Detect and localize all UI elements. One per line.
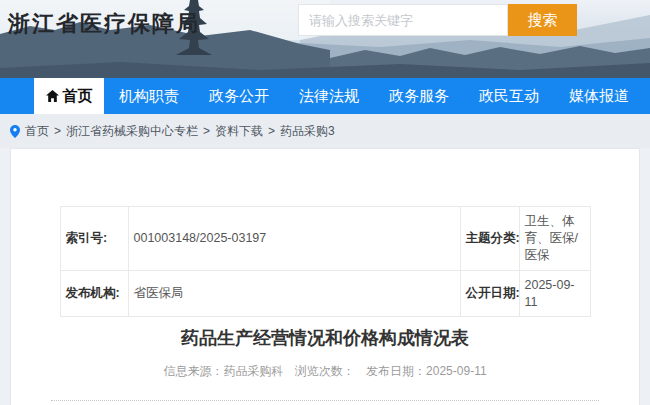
nav-item-media[interactable]: 媒体报道 — [554, 78, 644, 114]
breadcrumb-current-page: 药品采购3 — [280, 123, 335, 140]
nav-item-interaction[interactable]: 政民互动 — [464, 78, 554, 114]
search-bar: 搜索 — [298, 4, 577, 36]
article-info-line: 信息来源：药品采购科 浏览次数： 发布日期：2025-09-11 — [11, 363, 639, 380]
article-title: 药品生产经营情况和价格构成情况表 — [11, 326, 639, 350]
breadcrumb-separator: > — [54, 124, 61, 138]
location-pin-icon — [10, 125, 20, 138]
meta-agency-value: 省医保局 — [128, 270, 460, 317]
meta-topic-value: 卫生、体育、医保/医保 — [519, 207, 590, 271]
meta-agency-label: 发布机构: — [60, 270, 128, 317]
nav-item-label: 首页 — [63, 87, 93, 106]
info-views: 浏览次数： — [295, 364, 355, 378]
breadcrumb-separator: > — [203, 124, 210, 138]
info-pubdate: 发布日期：2025-09-11 — [366, 364, 487, 378]
meta-date-label: 公开日期: — [460, 270, 519, 317]
nav-item-home[interactable]: 首页 — [34, 78, 104, 114]
home-icon — [46, 90, 59, 102]
search-input[interactable] — [298, 4, 508, 36]
meta-index-label: 索引号: — [60, 207, 128, 271]
header-banner: 浙江省医疗保障局 搜索 — [0, 0, 650, 78]
nav-item-gov-disclosure[interactable]: 政务公开 — [194, 78, 284, 114]
document-meta-table: 索引号: 001003148/2025-03197 主题分类: 卫生、体育、医保… — [60, 206, 591, 317]
nav-item-duties[interactable]: 机构职责 — [104, 78, 194, 114]
info-source: 信息来源：药品采购科 — [163, 364, 283, 378]
site-title[interactable]: 浙江省医疗保障局 — [8, 9, 200, 39]
search-button[interactable]: 搜索 — [508, 4, 577, 36]
meta-date-value: 2025-09-11 — [519, 270, 590, 317]
breadcrumb-procurement-center[interactable]: 浙江省药械采购中心专栏 — [66, 123, 198, 140]
breadcrumb-separator: > — [268, 124, 275, 138]
nav-item-laws[interactable]: 法律法规 — [284, 78, 374, 114]
breadcrumb-downloads[interactable]: 资料下载 — [215, 123, 263, 140]
nav-item-services[interactable]: 政务服务 — [374, 78, 464, 114]
meta-index-value: 001003148/2025-03197 — [128, 207, 460, 271]
breadcrumb: 首页 > 浙江省药械采购中心专栏 > 资料下载 > 药品采购3 — [0, 114, 650, 148]
article-card: 索引号: 001003148/2025-03197 主题分类: 卫生、体育、医保… — [10, 148, 640, 405]
main-nav: 首页 机构职责 政务公开 法律法规 政务服务 政民互动 媒体报道 — [0, 78, 650, 114]
meta-topic-label: 主题分类: — [460, 207, 519, 271]
dotted-divider — [51, 400, 599, 401]
breadcrumb-home[interactable]: 首页 — [25, 123, 49, 140]
